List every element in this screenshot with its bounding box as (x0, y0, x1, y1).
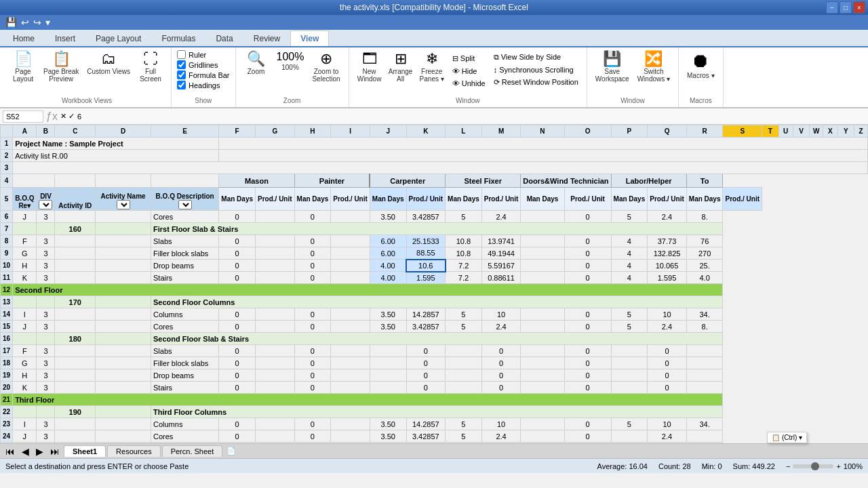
reset-window-button[interactable]: ⟳ Reset Window Position (491, 77, 581, 88)
col-header-t[interactable]: T (762, 125, 778, 138)
sheet-nav-prev[interactable]: ◀ (19, 446, 32, 457)
col-header-u[interactable]: U (778, 125, 793, 138)
col-header-q[interactable]: Q (648, 125, 687, 138)
sheet-nav-last[interactable]: ⏭ (47, 446, 62, 457)
headings-input[interactable] (177, 81, 186, 89)
tab-view[interactable]: View (290, 30, 329, 46)
col-header-b[interactable]: B (37, 125, 55, 138)
project-name[interactable]: Project Name : Sample Project (13, 138, 219, 150)
col-header-g[interactable]: G (256, 125, 295, 138)
zoom-out-icon[interactable]: − (786, 462, 790, 470)
col-header-l[interactable]: L (446, 125, 482, 138)
col-header-a[interactable]: A (13, 125, 37, 138)
show-label: Show (195, 97, 212, 104)
tab-formulas[interactable]: Formulas (151, 30, 205, 46)
sheet-add-icon[interactable]: 📄 (226, 447, 236, 455)
tab-insert[interactable]: Insert (45, 30, 85, 46)
col-header-v[interactable]: V (793, 125, 809, 138)
switch-windows-button[interactable]: 🔀 SwitchWindows ▾ (635, 50, 673, 84)
zoom-in-icon[interactable]: + (836, 462, 840, 470)
close-button[interactable]: × (853, 1, 865, 14)
zoom-button[interactable]: 🔍 Zoom (241, 50, 271, 77)
unhide-button[interactable]: 👁 Unhide (450, 78, 488, 89)
col-header-f[interactable]: F (219, 125, 256, 138)
col-header-z[interactable]: Z (854, 125, 868, 138)
table-row[interactable]: 19 H 3 Drop beams 0 0 0 0 0 (1, 369, 868, 382)
table-row[interactable]: 20 K 3 Stairs 0 0 0 0 0 (1, 382, 868, 394)
sheet-nav-next[interactable]: ▶ (33, 446, 46, 457)
col-header-m[interactable]: M (481, 125, 521, 138)
col-header-w[interactable]: W (810, 125, 823, 138)
table-row[interactable]: 18 G 3 Filler block slabs 0 0 0 0 0 (1, 357, 868, 369)
table-row[interactable]: 8 F 3 Slabs 0 0 6.00 25.1533 10.8 13.974… (1, 235, 868, 247)
new-window-button[interactable]: 🗔 NewWindow (355, 50, 384, 84)
table-row[interactable]: 24 J 3 Cores 0 0 3.50 3.42857 5 2.4 0 (1, 430, 868, 443)
col-header-p[interactable]: P (611, 125, 648, 138)
ruler-input[interactable] (177, 50, 186, 59)
col-header-i[interactable]: I (331, 125, 370, 138)
macros-button[interactable]: ⏺ Macros ▾ (684, 50, 717, 81)
col-header-n[interactable]: N (521, 125, 564, 138)
col-header-r[interactable]: R (686, 125, 723, 138)
col-header-y[interactable]: Y (837, 125, 854, 138)
formula-bar-checkbox[interactable]: Formula Bar (177, 70, 230, 79)
sheet-tab-sheet1[interactable]: Sheet1 (64, 445, 106, 457)
page-layout-button[interactable]: 📄 PageLayout (8, 50, 38, 84)
formula-input[interactable] (77, 113, 865, 121)
zoom-slider[interactable] (793, 464, 833, 468)
col-header-d[interactable]: D (96, 125, 151, 138)
qa-customize[interactable]: ▾ (45, 17, 50, 28)
zoom-100-button[interactable]: 100% 100% (274, 50, 307, 73)
headings-checkbox[interactable]: Headings (177, 81, 230, 89)
tab-page-layout[interactable]: Page Layout (85, 30, 151, 46)
minimize-button[interactable]: − (826, 1, 838, 14)
sheet-nav-first[interactable]: ⏮ (3, 446, 18, 457)
table-row[interactable]: 15 J 3 Cores 0 0 3.50 3.42857 5 2.4 0 (1, 321, 868, 333)
activity-list[interactable]: Activity list R.00 (13, 150, 219, 162)
col-header-x[interactable]: X (823, 125, 837, 138)
hide-button[interactable]: 👁 Hide (450, 66, 488, 77)
col-header-k[interactable]: K (406, 125, 446, 138)
tab-review[interactable]: Review (243, 30, 290, 46)
formula-bar-input[interactable] (177, 70, 186, 79)
cell-reference-input[interactable] (3, 110, 43, 123)
tab-home[interactable]: Home (3, 30, 45, 46)
table-row[interactable]: 23 I 3 Columns 0 0 3.50 14.2857 5 10 0 (1, 418, 868, 430)
status-bar: Select a destination and press ENTER or … (0, 458, 868, 473)
qa-redo[interactable]: ↪ (33, 17, 41, 28)
gridlines-checkbox[interactable]: Gridlines (177, 60, 230, 69)
qa-undo[interactable]: ↩ (21, 17, 29, 28)
col-header-c[interactable]: C (55, 125, 96, 138)
col-header-j[interactable]: J (370, 125, 406, 138)
ruler-checkbox[interactable]: Ruler (177, 50, 230, 59)
col-header-h[interactable]: H (294, 125, 331, 138)
tab-data[interactable]: Data (205, 30, 243, 46)
col-header-e[interactable]: E (151, 125, 218, 138)
col-header-s[interactable]: S (723, 125, 762, 138)
table-row[interactable]: 17 F 3 Slabs 0 0 0 0 0 (1, 345, 868, 357)
col-header-o[interactable]: O (564, 125, 611, 138)
page-break-button[interactable]: 📋 Page BreakPreview (41, 50, 81, 84)
status-message: Select a destination and press ENTER or … (5, 462, 189, 470)
table-row[interactable]: 10 H 3 Drop beams 0 0 4.00 10.6 7.2 5.59… (1, 260, 868, 272)
sheet-tab-percn[interactable]: Percn. Sheet (162, 445, 223, 457)
freeze-panes-button[interactable]: ❄ FreezePanes ▾ (417, 50, 447, 84)
zoom-selection-button[interactable]: ⊕ Zoom toSelection (309, 50, 342, 84)
sync-scroll-button[interactable]: ↕ Synchronous Scrolling (491, 64, 581, 75)
qa-save[interactable]: 💾 (5, 17, 17, 28)
custom-views-button[interactable]: 🗂 Custom Views (84, 50, 133, 77)
view-side-by-side-button[interactable]: ⧉ View Side by Side (491, 52, 581, 63)
table-row[interactable]: 11 K 3 Stairs 0 0 4.00 1.595 7.2 0.88611… (1, 272, 868, 284)
table-row[interactable]: 14 I 3 Columns 0 0 3.50 14.2857 5 10 0 (1, 308, 868, 321)
full-screen-button[interactable]: ⛶ FullScreen (136, 50, 165, 84)
maximize-button[interactable]: □ (840, 1, 852, 14)
table-row[interactable]: 9 G 3 Filler block slabs 0 0 6.00 88.55 … (1, 247, 868, 260)
arrange-all-button[interactable]: ⊞ ArrangeAll (386, 50, 416, 84)
split-button[interactable]: ⊟ Split (450, 53, 488, 64)
sheet-tab-resources[interactable]: Resources (107, 445, 161, 457)
grid-container[interactable]: A B C D E F G H I J K L M N O P Q (0, 125, 868, 443)
zoom-level[interactable]: − + 100% (786, 462, 863, 470)
save-workspace-button[interactable]: 💾 SaveWorkspace (593, 50, 632, 84)
table-row[interactable]: 6 J 3 Cores 0 0 3.50 3.42857 5 2.4 0 (1, 211, 868, 223)
gridlines-input[interactable] (177, 60, 186, 69)
